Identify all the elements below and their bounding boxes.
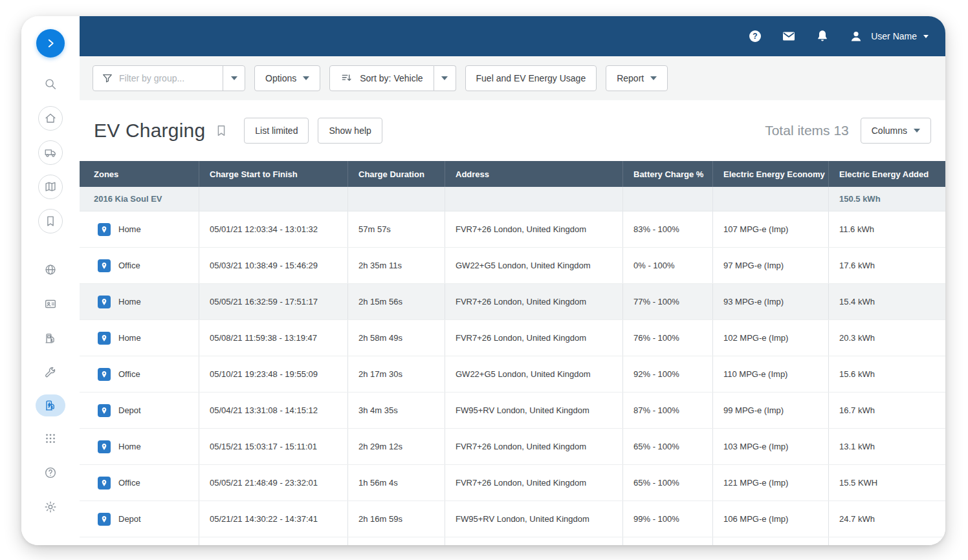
zone-name: Office xyxy=(118,261,140,270)
column-header-energy-added[interactable]: Electric Energy Added xyxy=(829,161,945,187)
zone-cell: Office xyxy=(80,465,199,501)
sort-button[interactable]: Sort by: Vehicle xyxy=(329,65,434,91)
battery-charge: 92% - 100% xyxy=(623,356,713,392)
chevron-down-icon xyxy=(650,76,657,80)
sidebar-item-driver-id[interactable] xyxy=(38,292,63,316)
column-header-battery-charge[interactable]: Battery Charge % xyxy=(623,161,713,187)
battery-charge: 99% - 100% xyxy=(623,501,713,537)
zone-name: Home xyxy=(118,333,141,343)
address: FW95+RV London, United Kingdom xyxy=(445,393,623,428)
app-window: ? User Name Op xyxy=(21,16,945,545)
sidebar-item-ev-charging[interactable] xyxy=(36,394,65,416)
zone-pin-icon xyxy=(98,477,111,490)
sidebar-item-help[interactable] xyxy=(38,460,63,485)
sort-dropdown-button[interactable] xyxy=(434,65,456,91)
zone-cell: Depot xyxy=(80,393,199,428)
battery-charge: 83% - 100% xyxy=(623,211,713,247)
help-icon[interactable]: ? xyxy=(747,28,764,45)
charge-duration: 2h 15m 56s xyxy=(348,284,445,319)
avatar xyxy=(848,28,864,45)
energy-added: 15.6 kWh xyxy=(829,356,945,392)
user-menu[interactable]: User Name xyxy=(848,28,929,45)
total-items: Total items 13 xyxy=(765,123,849,138)
charge-duration: 2h 35m 11s xyxy=(348,248,445,283)
zone-pin-icon xyxy=(98,440,111,453)
sidebar-item-maintenance[interactable] xyxy=(38,360,63,385)
sidebar-item-globe[interactable] xyxy=(38,257,63,282)
main-area: ? User Name Op xyxy=(80,16,945,545)
top-navbar: ? User Name xyxy=(80,16,945,56)
column-header-charge-duration[interactable]: Charge Duration xyxy=(348,161,445,187)
column-header-energy-economy[interactable]: Electric Energy Economy xyxy=(713,161,829,187)
mail-icon[interactable] xyxy=(780,28,797,45)
globe-icon xyxy=(43,263,58,277)
sidebar-item-home[interactable] xyxy=(38,106,63,131)
table-row[interactable]: Home 05/08/21 11:59:38 - 13:19:47 2h 58m… xyxy=(80,320,945,356)
charge-start-finish: 05/21/21 14:30:22 - 14:37:41 xyxy=(199,501,348,537)
zone-cell: Home xyxy=(80,429,199,464)
column-header-address[interactable]: Address xyxy=(445,161,623,187)
show-help-button[interactable]: Show help xyxy=(318,118,382,144)
columns-button[interactable]: Columns xyxy=(861,118,931,144)
report-button[interactable]: Report xyxy=(606,65,668,91)
chevron-down-icon xyxy=(923,35,929,38)
table-row[interactable]: Depot 05/21/21 14:30:22 - 14:37:41 2h 16… xyxy=(80,501,945,537)
vehicle-group-row[interactable]: 2016 Kia Soul EV 150.5 kWh xyxy=(80,187,945,211)
table-row[interactable]: Office 05/03/21 10:38:49 - 15:46:29 2h 3… xyxy=(80,248,945,284)
chevron-down-icon xyxy=(231,76,237,80)
energy-added: 11.6 kWh xyxy=(829,211,945,247)
sidebar-item-map[interactable] xyxy=(38,175,63,199)
sidebar-item-search[interactable] xyxy=(38,72,63,96)
table-row[interactable]: Home 05/15/21 15:03:17 - 15:11:01 2h 29m… xyxy=(80,429,945,465)
energy-economy: 93 MPG-e (Imp) xyxy=(713,284,829,319)
zone-cell: Home xyxy=(80,211,199,247)
sidebar-expand-button[interactable] xyxy=(36,29,65,58)
filter-group-input[interactable] xyxy=(119,73,217,83)
sidebar-item-apps[interactable] xyxy=(38,426,63,451)
address: FVR7+26 London, United Kingdom xyxy=(445,211,623,247)
address: FVR7+26 London, United Kingdom xyxy=(445,465,623,501)
ev-charging-table: Zones Charge Start to Finish Charge Dura… xyxy=(80,161,945,545)
charge-duration: 2h 16m 59s xyxy=(348,501,445,537)
chevron-down-icon xyxy=(303,76,309,80)
table-header-row: Zones Charge Start to Finish Charge Dura… xyxy=(80,161,945,187)
column-header-zones[interactable]: Zones xyxy=(80,161,199,187)
sidebar-item-vehicles[interactable] xyxy=(38,140,63,165)
zone-cell: Office xyxy=(80,248,199,283)
home-icon xyxy=(43,111,58,125)
fuel-ev-energy-usage-button[interactable]: Fuel and EV Energy Usage xyxy=(465,65,597,91)
sidebar-item-fuel[interactable] xyxy=(38,326,63,350)
fuel-pump-icon xyxy=(43,331,58,345)
apps-grid-icon xyxy=(43,431,58,446)
address: FW95+RV London, United Kingdom xyxy=(445,501,623,537)
charge-duration: 2h 58m 49s xyxy=(348,320,445,356)
vehicle-icon xyxy=(43,145,58,160)
options-button[interactable]: Options xyxy=(254,65,320,91)
column-header-charge-start-finish[interactable]: Charge Start to Finish xyxy=(199,161,348,187)
table-row[interactable]: Depot 05/04/21 13:31:08 - 14:15:12 3h 4m… xyxy=(80,393,945,429)
sidebar-item-places[interactable] xyxy=(38,209,63,233)
address: GW22+G5 London, United Kingdom xyxy=(445,356,623,392)
gear-icon xyxy=(43,500,58,514)
bookmark-icon[interactable] xyxy=(214,124,228,138)
chevron-right-icon xyxy=(45,38,56,49)
table-row[interactable]: Home 05/05/21 16:32:59 - 17:51:17 2h 15m… xyxy=(80,284,945,320)
address: FVR7+26 London, United Kingdom xyxy=(445,320,623,356)
sort-icon xyxy=(340,72,353,85)
table-row[interactable]: Office 05/10/21 19:23:48 - 19:55:09 2h 1… xyxy=(80,356,945,393)
list-limited-button[interactable]: List limited xyxy=(244,118,309,144)
notifications-bell-icon[interactable] xyxy=(814,28,831,45)
charge-start-finish: 05/01/21 12:03:34 - 13:01:32 xyxy=(199,211,348,247)
map-icon xyxy=(43,180,58,194)
user-name: User Name xyxy=(871,31,917,41)
zone-name: Depot xyxy=(118,405,141,415)
energy-added: 17.6 kWh xyxy=(829,248,945,283)
filter-dropdown-button[interactable] xyxy=(223,66,245,91)
table-row[interactable]: Home 05/01/21 12:03:34 - 13:01:32 57m 57… xyxy=(80,211,945,248)
vehicle-group-total-added: 150.5 kWh xyxy=(829,187,945,211)
battery-charge: 65% - 100% xyxy=(623,465,713,501)
battery-charge: 87% - 100% xyxy=(623,393,713,428)
energy-economy: 99 MPG-e (Imp) xyxy=(713,393,829,428)
table-row[interactable]: Office 05/05/21 21:48:49 - 23:32:01 1h 5… xyxy=(80,465,945,501)
sidebar-item-settings[interactable] xyxy=(38,495,63,519)
